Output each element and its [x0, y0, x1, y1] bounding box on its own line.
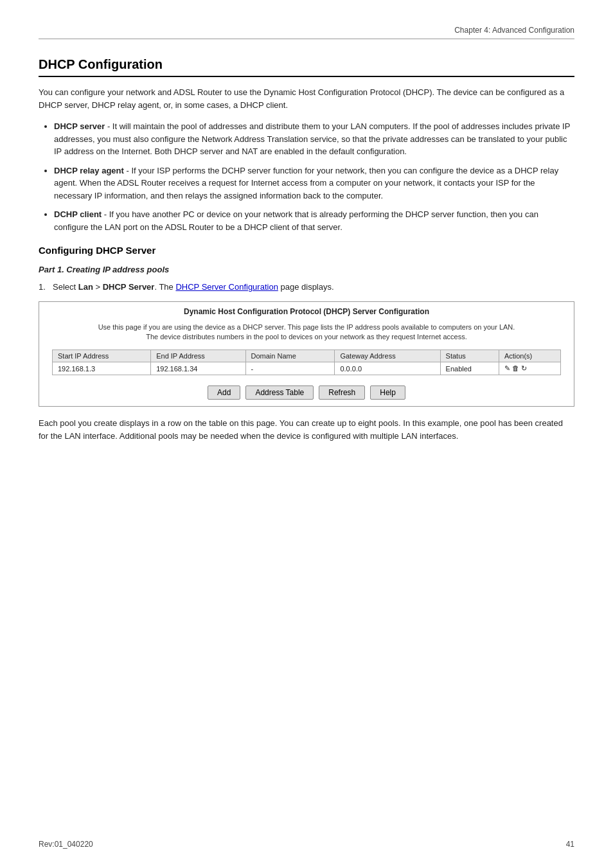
dhcp-desc-line1: Use this page if you are using the devic… — [98, 323, 515, 331]
step-1: 1. Select Lan > DHCP Server. The DHCP Se… — [39, 281, 574, 294]
cell-actions: ✎ 🗑 ↻ — [499, 362, 560, 375]
dhcp-table: Start IP Address End IP Address Domain N… — [52, 350, 561, 375]
col-end-ip: End IP Address — [151, 350, 245, 362]
dhcp-desc-line2: The device distributes numbers in the po… — [146, 333, 467, 341]
chapter-title: Chapter 4: Advanced Configuration — [454, 26, 574, 35]
chapter-header: Chapter 4: Advanced Configuration — [39, 26, 574, 39]
dhcp-box-desc: Use this page if you are using the devic… — [39, 320, 574, 348]
edit-icon[interactable]: ✎ — [504, 364, 510, 373]
col-domain-name: Domain Name — [245, 350, 335, 362]
bullet-text-1: - It will maintain the pool of addresses… — [54, 121, 570, 156]
cell-gateway: 0.0.0.0 — [335, 362, 440, 375]
page-footer: Rev:01_040220 41 — [39, 840, 574, 849]
col-start-ip: Start IP Address — [53, 350, 151, 362]
refresh-button[interactable]: Refresh — [319, 385, 365, 400]
cell-start-ip: 192.168.1.3 — [53, 362, 151, 375]
page-number: 41 — [566, 840, 574, 849]
after-table-text: Each pool you create displays in a row o… — [39, 417, 574, 442]
step1-bold1: Lan — [78, 282, 93, 292]
intro-paragraph: You can configure your network and ADSL … — [39, 86, 574, 111]
page-title: DHCP Configuration — [39, 57, 574, 77]
cell-status: Enabled — [440, 362, 499, 375]
address-table-button[interactable]: Address Table — [245, 385, 314, 400]
add-button[interactable]: Add — [208, 385, 240, 400]
step-number: 1. — [39, 281, 49, 294]
bullet-list: DHCP server - It will maintain the pool … — [54, 120, 574, 233]
cell-end-ip: 192.168.1.34 — [151, 362, 245, 375]
step1-prefix: Select — [53, 282, 78, 292]
table-header-row: Start IP Address End IP Address Domain N… — [53, 350, 561, 362]
table-row: 192.168.1.3 192.168.1.34 - 0.0.0.0 Enabl… — [53, 362, 561, 375]
dhcp-server-config-link[interactable]: DHCP Server Configuration — [175, 282, 278, 292]
bullet-term-3: DCHP client — [54, 209, 102, 219]
step1-bold2: DHCP Server — [103, 282, 155, 292]
bullet-term-1: DHCP server — [54, 121, 105, 131]
col-gateway: Gateway Address — [335, 350, 440, 362]
delete-icon[interactable]: 🗑 — [512, 364, 519, 372]
step-content: Select Lan > DHCP Server. The DHCP Serve… — [53, 281, 574, 294]
refresh-icon[interactable]: ↻ — [521, 364, 527, 373]
bullet-text-3: - If you have another PC or device on yo… — [54, 209, 538, 232]
col-status: Status — [440, 350, 499, 362]
cell-domain-name: - — [245, 362, 335, 375]
dhcp-box-title: Dynamic Host Configuration Protocol (DHC… — [39, 302, 574, 320]
dhcp-buttons-row: Add Address Table Refresh Help — [39, 380, 574, 406]
part-title: Part 1. Creating IP address pools — [39, 265, 574, 274]
help-button[interactable]: Help — [370, 385, 405, 400]
step1-gt: > — [93, 282, 103, 292]
bullet-text-2: - If your ISP performs the DCHP server f… — [54, 166, 558, 200]
col-actions: Action(s) — [499, 350, 560, 362]
dhcp-server-box: Dynamic Host Configuration Protocol (DHC… — [39, 301, 574, 407]
dhcp-table-wrap: Start IP Address End IP Address Domain N… — [39, 347, 574, 380]
step1-suffix2: page displays. — [278, 282, 334, 292]
bullet-term-2: DHCP relay agent — [54, 166, 124, 175]
step1-suffix: . The — [154, 282, 175, 292]
bullet-item-3: DCHP client - If you have another PC or … — [54, 208, 574, 233]
bullet-item-2: DHCP relay agent - If your ISP performs … — [54, 164, 574, 202]
subsection-title: Configuring DHCP Server — [39, 245, 574, 256]
revision-label: Rev:01_040220 — [39, 840, 93, 849]
bullet-item-1: DHCP server - It will maintain the pool … — [54, 120, 574, 158]
